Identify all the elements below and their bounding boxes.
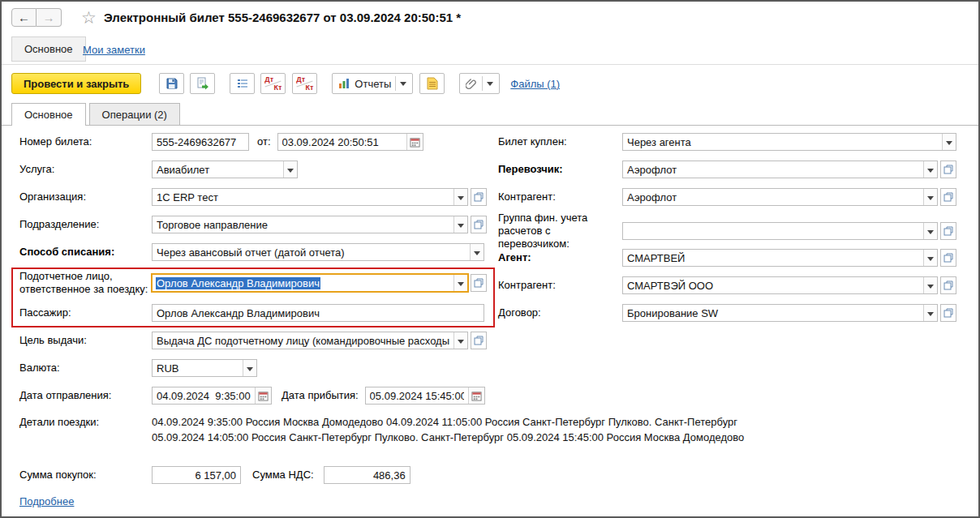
writeoff-method-field: [152, 243, 484, 261]
agent-counterparty-input[interactable]: [623, 277, 923, 293]
agent-input[interactable]: [623, 250, 923, 266]
fin-group-open-button[interactable]: [940, 222, 956, 240]
ticket-number-input[interactable]: [152, 133, 249, 151]
currency-field: [152, 359, 257, 377]
chevron-down-icon: [946, 141, 952, 148]
date-label: от:: [257, 135, 271, 148]
passenger-input[interactable]: [152, 304, 484, 322]
row-currency: Валюта:: [19, 359, 257, 377]
toolbar: Провести и закрыть Дт Кт Дт Кт Отчеты: [11, 72, 560, 95]
arrival-date-input[interactable]: [366, 387, 468, 404]
issue-purpose-dropdown-button[interactable]: [453, 332, 467, 349]
department-open-button[interactable]: [471, 216, 487, 233]
department-input[interactable]: [153, 216, 453, 233]
department-field: [152, 216, 468, 233]
currency-input[interactable]: [153, 360, 243, 376]
forward-button[interactable]: →: [37, 8, 62, 27]
trip-details-line-1: 04.09.2024 9:35:00 Россия Москва Домодед…: [152, 414, 776, 430]
reports-button-label: Отчеты: [355, 78, 391, 90]
department-dropdown-button[interactable]: [453, 216, 467, 233]
related-documents-button[interactable]: [419, 73, 445, 94]
agent-open-button[interactable]: [940, 249, 956, 267]
contract-input[interactable]: [623, 305, 923, 321]
issue-purpose-input[interactable]: [153, 332, 453, 349]
organization-input[interactable]: [153, 189, 453, 205]
tab-main[interactable]: Основное: [11, 103, 86, 126]
nav-link-notes[interactable]: Мои заметки: [83, 44, 145, 56]
contract-open-button[interactable]: [940, 304, 956, 322]
tab-operations[interactable]: Операции (2): [89, 103, 180, 125]
row-carrier-counterparty: Контрагент:: [498, 188, 956, 206]
organization-field: [152, 188, 468, 206]
selected-text: Орлов Александр Владимирович: [156, 277, 320, 289]
carrier-input[interactable]: [623, 161, 923, 178]
open-icon: [943, 192, 953, 202]
service-input[interactable]: [153, 161, 283, 178]
contract-dropdown-button[interactable]: [923, 305, 937, 321]
post-and-close-button[interactable]: Провести и закрыть: [11, 73, 141, 94]
agent-dropdown-button[interactable]: [923, 250, 937, 266]
chevron-down-icon: [458, 196, 464, 203]
arrival-date-label: Дата прибытия:: [282, 389, 359, 402]
currency-label: Валюта:: [19, 362, 152, 375]
save-button[interactable]: [159, 73, 184, 94]
writeoff-method-label: Способ списания:: [19, 246, 152, 259]
register-records-button[interactable]: [230, 73, 255, 94]
row-passenger: Пассажир:: [19, 304, 484, 322]
departure-date-input[interactable]: [153, 387, 255, 404]
calendar-icon: [471, 391, 482, 401]
post-document-button[interactable]: [190, 73, 215, 94]
row-ticket-number: Номер билета: от:: [19, 133, 423, 151]
dr-cr-postings-button[interactable]: Дт Кт: [260, 73, 286, 94]
issue-purpose-open-button[interactable]: [471, 332, 487, 349]
nav-tab-main[interactable]: Основное: [11, 36, 86, 62]
accountable-person-label: Подотчетное лицо, ответственное за поезд…: [19, 270, 152, 296]
passenger-label: Пассажир:: [19, 306, 152, 319]
files-link[interactable]: Файлы (1): [510, 78, 560, 90]
organization-open-button[interactable]: [471, 188, 487, 206]
fin-group-dropdown-button[interactable]: [923, 223, 937, 239]
accountable-person-dropdown-button[interactable]: [453, 275, 467, 291]
chevron-down-icon: [474, 251, 480, 259]
document-date-input[interactable]: [278, 134, 406, 150]
yellow-document-icon: [427, 77, 438, 90]
more-details-link[interactable]: Подробнее: [19, 495, 74, 507]
back-button[interactable]: ←: [11, 8, 37, 27]
separator: [482, 76, 483, 91]
fin-group-input[interactable]: [623, 223, 923, 239]
purchase-sum-input[interactable]: [152, 466, 241, 484]
arrival-date-field: [365, 387, 485, 405]
accountable-person-open-button[interactable]: [471, 274, 487, 292]
issue-purpose-label: Цель выдачи:: [19, 334, 152, 347]
carrier-counterparty-input[interactable]: [623, 189, 923, 205]
ticket-bought-input[interactable]: [623, 134, 942, 150]
accountable-person-input[interactable]: Орлов Александр Владимирович: [153, 275, 453, 291]
carrier-open-button[interactable]: [940, 161, 956, 178]
attachments-button[interactable]: [459, 73, 500, 94]
agent-counterparty-dropdown-button[interactable]: [923, 277, 937, 293]
department-label: Подразделение:: [19, 218, 152, 231]
carrier-dropdown-button[interactable]: [923, 161, 937, 178]
chevron-down-icon: [247, 367, 253, 375]
carrier-counterparty-open-button[interactable]: [940, 188, 956, 206]
date-calendar-button[interactable]: [406, 134, 423, 150]
vat-sum-input[interactable]: [324, 466, 410, 484]
service-dropdown-button[interactable]: [283, 161, 297, 178]
agent-counterparty-open-button[interactable]: [940, 276, 956, 294]
writeoff-method-input[interactable]: [153, 244, 470, 260]
favorite-star-icon[interactable]: ☆: [81, 8, 97, 28]
currency-dropdown-button[interactable]: [243, 360, 256, 376]
chevron-down-icon: [927, 230, 934, 238]
open-icon: [943, 308, 953, 318]
reports-button[interactable]: Отчеты: [332, 73, 413, 94]
top-bar: ← → ☆ Электронный билет 555-2469632677 о…: [2, 2, 978, 34]
arrival-calendar-button[interactable]: [468, 387, 484, 404]
row-fin-group: Группа фин. учета расчетов с перевозчико…: [498, 212, 956, 250]
writeoff-method-dropdown-button[interactable]: [470, 244, 484, 260]
dr-cr-report-button[interactable]: Дт Кт: [292, 73, 317, 94]
organization-dropdown-button[interactable]: [453, 189, 467, 205]
carrier-counterparty-dropdown-button[interactable]: [923, 189, 937, 205]
ticket-bought-dropdown-button[interactable]: [942, 134, 956, 150]
departure-calendar-button[interactable]: [255, 387, 271, 404]
agent-counterparty-label: Контрагент:: [498, 279, 622, 292]
